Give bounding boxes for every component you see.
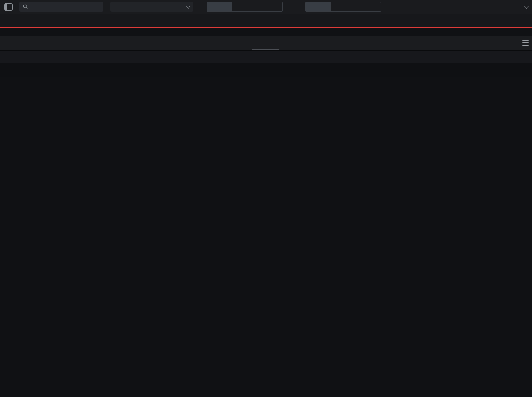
underlying-quote-row [0,63,532,77]
tabs-menu-icon[interactable] [522,40,529,46]
call-put-ratio-bar [0,27,532,28]
direction-filter [207,2,283,12]
options-chain-app [0,0,532,397]
tabs-scrollbar-thumb[interactable] [252,49,279,50]
search-icon [23,4,28,9]
moneyness-otm-button[interactable] [356,2,381,11]
expand-button[interactable] [522,5,527,9]
divider-strip [0,28,532,36]
expiry-tabs-bar [0,36,532,51]
chevron-down-icon [524,4,529,9]
option-chain-table [0,51,532,77]
filter-calls-button[interactable] [232,2,257,11]
put-ratio-bar [0,27,532,28]
toolbar [0,0,532,14]
sidebar-toggle-fill [5,4,7,10]
search-input[interactable] [19,2,103,12]
moneyness-itm-button[interactable] [330,2,356,11]
moneyness-filter [305,2,381,12]
filter-puts-button[interactable] [257,2,282,11]
strategy-dropdown[interactable] [110,2,193,12]
moneyness-all-button[interactable] [306,2,330,11]
call-put-ratio-section [0,14,532,28]
table-header-row [0,51,532,63]
chevron-down-icon [186,4,190,9]
filter-all-button[interactable] [207,2,232,11]
sidebar-toggle-icon[interactable] [4,3,13,11]
